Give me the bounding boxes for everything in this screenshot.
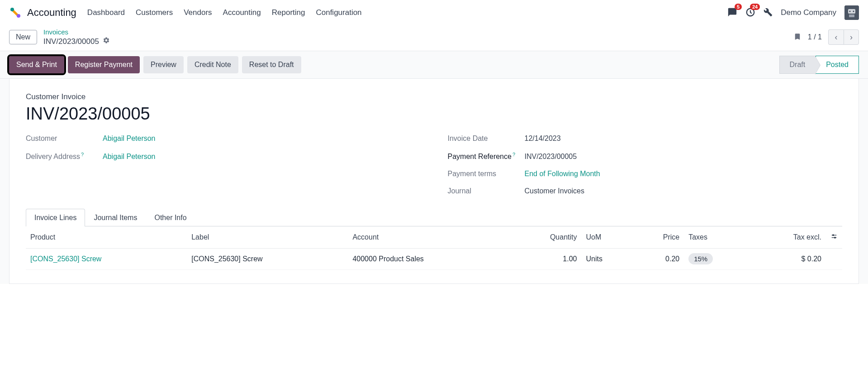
- preview-button[interactable]: Preview: [143, 56, 184, 73]
- chevron-right-icon: ›: [850, 33, 853, 42]
- nav-right: 5 24 Demo Company: [727, 5, 859, 20]
- app-name[interactable]: Accounting: [27, 7, 76, 19]
- document-title: INV/2023/00005: [26, 104, 842, 124]
- th-tax-excl: Tax excl.: [751, 226, 826, 249]
- th-label: Label: [187, 226, 348, 249]
- delivery-value[interactable]: Abigail Peterson: [103, 153, 156, 161]
- th-settings[interactable]: [826, 226, 842, 249]
- document-type: Customer Invoice: [26, 92, 842, 101]
- journal-value: Customer Invoices: [525, 187, 585, 195]
- reset-draft-button[interactable]: Reset to Draft: [242, 56, 301, 73]
- invoice-lines-table: Product Label Account Quantity UoM Price…: [26, 226, 842, 270]
- svg-point-2: [17, 14, 20, 18]
- svg-point-11: [833, 235, 834, 236]
- status-draft[interactable]: Draft: [779, 56, 816, 74]
- nav-link-dashboard[interactable]: Dashboard: [87, 8, 125, 17]
- delivery-label: Delivery Address?: [26, 152, 103, 161]
- activities-icon[interactable]: 24: [745, 7, 755, 19]
- action-bar: Send & Print Register Payment Preview Cr…: [0, 51, 868, 79]
- register-payment-button[interactable]: Register Payment: [68, 56, 140, 73]
- cell-uom: Units: [582, 249, 633, 270]
- user-avatar[interactable]: [844, 5, 859, 20]
- svg-point-7: [853, 11, 854, 12]
- tab-invoice-lines[interactable]: Invoice Lines: [26, 209, 85, 226]
- th-uom: UoM: [582, 226, 633, 249]
- tools-icon[interactable]: [764, 8, 773, 18]
- pager-prev-button[interactable]: ‹: [828, 29, 844, 45]
- help-icon[interactable]: ?: [512, 152, 515, 157]
- messages-badge: 5: [735, 4, 742, 10]
- nav-link-configuration[interactable]: Configuration: [316, 8, 361, 17]
- th-price: Price: [633, 226, 684, 249]
- messages-icon[interactable]: 5: [727, 7, 737, 19]
- invoice-date-label: Invoice Date: [448, 134, 525, 143]
- breadcrumb-current-text: INV/2023/00005: [43, 37, 99, 46]
- nav-link-reporting[interactable]: Reporting: [272, 8, 305, 17]
- activities-badge: 24: [750, 4, 760, 10]
- status-bar: Draft Posted: [779, 56, 859, 74]
- svg-point-12: [835, 237, 836, 239]
- th-product: Product: [26, 226, 187, 249]
- invoice-date-value: 12/14/2023: [525, 134, 561, 143]
- svg-point-1: [10, 8, 14, 11]
- company-name[interactable]: Demo Company: [781, 8, 836, 17]
- tab-other-info[interactable]: Other Info: [146, 209, 195, 226]
- th-taxes: Taxes: [684, 226, 751, 249]
- nav-links: Dashboard Customers Vendors Accounting R…: [87, 8, 362, 17]
- pager-text: 1 / 1: [808, 33, 822, 41]
- breadcrumb-row: New Invoices INV/2023/00005 1 / 1 ‹ ›: [0, 25, 868, 51]
- svg-rect-5: [848, 9, 855, 14]
- table-row[interactable]: [CONS_25630] Screw [CONS_25630] Screw 40…: [26, 249, 842, 270]
- th-account: Account: [348, 226, 509, 249]
- nav-link-accounting[interactable]: Accounting: [223, 8, 261, 17]
- tax-pill: 15%: [688, 253, 713, 264]
- pager-next-button[interactable]: ›: [844, 29, 859, 45]
- pager-buttons: ‹ ›: [828, 29, 859, 45]
- bookmark-icon[interactable]: [793, 32, 802, 43]
- payment-terms-label: Payment terms: [448, 170, 525, 178]
- credit-note-button[interactable]: Credit Note: [187, 56, 238, 73]
- cell-account: 400000 Product Sales: [348, 249, 509, 270]
- breadcrumb-right: 1 / 1 ‹ ›: [793, 29, 859, 45]
- cell-price: 0.20: [633, 249, 684, 270]
- journal-label: Journal: [448, 187, 525, 195]
- payment-ref-label: Payment Reference?: [448, 152, 525, 161]
- payment-terms-value[interactable]: End of Following Month: [525, 170, 600, 178]
- gear-icon[interactable]: [103, 37, 110, 46]
- customer-value[interactable]: Abigail Peterson: [103, 134, 156, 143]
- send-print-button[interactable]: Send & Print: [9, 56, 64, 73]
- breadcrumb-current: INV/2023/00005: [43, 37, 110, 46]
- app-logo[interactable]: [9, 6, 22, 19]
- th-quantity: Quantity: [509, 226, 582, 249]
- cell-label: [CONS_25630] Screw: [187, 249, 348, 270]
- table-header-row: Product Label Account Quantity UoM Price…: [26, 226, 842, 249]
- help-icon[interactable]: ?: [81, 152, 84, 157]
- svg-rect-8: [849, 14, 854, 17]
- cell-tax-excl: $ 0.20: [751, 249, 826, 270]
- breadcrumb-parent[interactable]: Invoices: [43, 28, 110, 36]
- top-nav: Accounting Dashboard Customers Vendors A…: [0, 0, 868, 25]
- svg-point-6: [849, 11, 851, 12]
- customer-label: Customer: [26, 134, 103, 143]
- cell-quantity: 1.00: [509, 249, 582, 270]
- form-sheet: Customer Invoice INV/2023/00005 Customer…: [9, 79, 859, 284]
- nav-link-customers[interactable]: Customers: [136, 8, 173, 17]
- chevron-left-icon: ‹: [835, 33, 838, 42]
- new-button[interactable]: New: [9, 30, 37, 44]
- tabs: Invoice Lines Journal Items Other Info: [26, 209, 842, 226]
- cell-product[interactable]: [CONS_25630] Screw: [30, 255, 101, 263]
- nav-link-vendors[interactable]: Vendors: [184, 8, 212, 17]
- form-grid: Customer Abigail Peterson Delivery Addre…: [26, 134, 842, 195]
- payment-ref-value: INV/2023/00005: [525, 153, 577, 161]
- status-posted[interactable]: Posted: [816, 56, 859, 74]
- breadcrumb: Invoices INV/2023/00005: [43, 28, 110, 46]
- cell-taxes: 15%: [684, 249, 751, 270]
- tab-journal-items[interactable]: Journal Items: [85, 209, 146, 226]
- content-wrap: Send & Print Register Payment Preview Cr…: [0, 51, 868, 284]
